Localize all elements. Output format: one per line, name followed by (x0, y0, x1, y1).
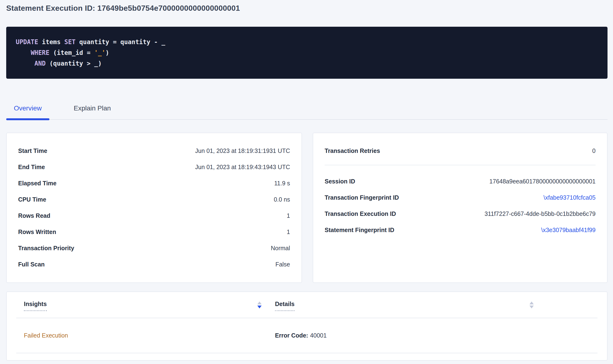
kv-value: 11.9 s (274, 180, 290, 187)
kv-value: 1 (287, 229, 290, 235)
card-divider (325, 165, 596, 165)
sql-string-literal: '_' (94, 49, 106, 56)
kv-label: Transaction Fingerprint ID (325, 194, 399, 201)
kv-label: Start Time (18, 147, 47, 154)
kv-label: Full Scan (18, 261, 45, 268)
sql-text: quantity = quantity - _ (75, 39, 165, 46)
sort-desc-arrow-icon (530, 306, 534, 308)
column-header-insights[interactable]: Insights (16, 300, 267, 318)
kv-label: Session ID (325, 178, 355, 185)
table-row: Failed Execution Error Code:40001 (16, 318, 598, 353)
sql-keyword: AND (34, 60, 46, 67)
sort-icon[interactable] (530, 301, 534, 308)
sort-icon[interactable] (257, 301, 262, 308)
kv-value: Jun 01, 2023 at 18:19:43:1943 UTC (195, 164, 290, 170)
insights-table-header: Insights Details (16, 292, 598, 318)
kv-value: Jun 01, 2023 at 18:19:31:1931 UTC (195, 147, 290, 154)
insight-cell: Failed Execution (16, 332, 267, 339)
sql-line: AND (quantity > _) (16, 58, 598, 69)
kv-value: 311f7227-c667-4dde-b5bb-0c1b2bbe6c79 (485, 210, 596, 217)
sql-text: ) (106, 49, 109, 56)
sql-keyword: WHERE (31, 49, 49, 56)
tab-bar: Overview Explain Plan (6, 103, 608, 120)
sort-asc-arrow-icon (257, 301, 262, 304)
kv-label: Transaction Priority (18, 245, 74, 252)
sql-line: UPDATE items SET quantity = quantity - _ (16, 37, 598, 48)
kv-row-elapsed-time: Elapsed Time 11.9 s (18, 175, 290, 191)
kv-label: Rows Read (18, 212, 50, 219)
statement-stats-card: Start Time Jun 01, 2023 at 18:19:31:1931… (6, 133, 302, 283)
active-tab-indicator (6, 118, 49, 120)
kv-value: Normal (271, 245, 290, 252)
error-code-label: Error Code: (275, 332, 308, 339)
kv-row-rows-written: Rows Written 1 (18, 224, 290, 240)
column-label: Details (275, 300, 294, 311)
kv-label: End Time (18, 164, 45, 170)
transaction-fingerprint-link[interactable]: \xfabe93710fcfca05 (544, 194, 596, 201)
column-header-details[interactable]: Details (267, 300, 539, 318)
kv-value: 0.0 ns (274, 196, 290, 203)
kv-row-statement-fingerprint-id: Statement Fingerprint ID \x3e3079baabf41… (325, 222, 596, 238)
kv-row-cpu-time: CPU Time 0.0 ns (18, 191, 290, 208)
kv-value: False (276, 261, 290, 268)
sql-text (16, 49, 31, 56)
sql-text: items (38, 39, 65, 46)
kv-value: 17648a9eea6017800000000000000001 (489, 178, 596, 185)
page-title: Statement Execution ID: 17649be5b0754e70… (6, 3, 608, 13)
kv-label: Rows Written (18, 229, 56, 235)
sql-text: (quantity > _) (46, 60, 102, 67)
kv-row-session-id: Session ID 17648a9eea6017800000000000000… (325, 173, 596, 189)
statement-execution-page: Statement Execution ID: 17649be5b0754e70… (0, 0, 613, 364)
tab-explain-plan-label: Explain Plan (74, 104, 111, 112)
sort-desc-arrow-icon (257, 306, 262, 308)
column-label: Insights (24, 300, 47, 311)
insights-table-card: Insights Details Failed Execution Error … (6, 291, 608, 361)
sql-keyword: UPDATE (16, 39, 38, 46)
error-code-value: 40001 (310, 332, 327, 339)
kv-row-full-scan: Full Scan False (18, 256, 290, 273)
tab-explain-plan[interactable]: Explain Plan (66, 103, 119, 120)
details-cell: Error Code:40001 (267, 332, 539, 339)
sql-keyword: SET (65, 39, 76, 46)
insight-status-text: Failed Execution (24, 332, 68, 339)
statement-fingerprint-link[interactable]: \x3e3079baabf41f99 (541, 227, 596, 234)
kv-row-transaction-priority: Transaction Priority Normal (18, 240, 290, 256)
kv-value: 1 (287, 212, 290, 219)
kv-row-transaction-fingerprint-id: Transaction Fingerprint ID \xfabe93710fc… (325, 189, 596, 206)
kv-row-end-time: End Time Jun 01, 2023 at 18:19:43:1943 U… (18, 159, 290, 175)
kv-value: 0 (592, 147, 596, 154)
kv-label: Statement Fingerprint ID (325, 227, 394, 234)
sql-text: (item_id = (49, 49, 94, 56)
overview-section: Start Time Jun 01, 2023 at 18:19:31:1931… (6, 133, 608, 283)
sql-line: WHERE (item_id = '_') (16, 48, 598, 58)
tab-overview[interactable]: Overview (6, 103, 49, 120)
kv-row-start-time: Start Time Jun 01, 2023 at 18:19:31:1931… (18, 143, 290, 159)
sql-text (16, 60, 34, 67)
sort-asc-arrow-icon (530, 301, 534, 304)
kv-row-transaction-retries: Transaction Retries 0 (325, 143, 596, 159)
kv-label: Elapsed Time (18, 180, 57, 187)
kv-row-transaction-execution-id: Transaction Execution ID 311f7227-c667-4… (325, 206, 596, 222)
kv-label: Transaction Execution ID (325, 210, 396, 217)
kv-label: Transaction Retries (325, 147, 380, 154)
sql-statement-box: UPDATE items SET quantity = quantity - _… (6, 27, 608, 79)
kv-label: CPU Time (18, 196, 46, 203)
kv-row-rows-read: Rows Read 1 (18, 208, 290, 224)
tab-overview-label: Overview (14, 104, 42, 112)
transaction-details-card: Transaction Retries 0 Session ID 17648a9… (313, 133, 608, 283)
